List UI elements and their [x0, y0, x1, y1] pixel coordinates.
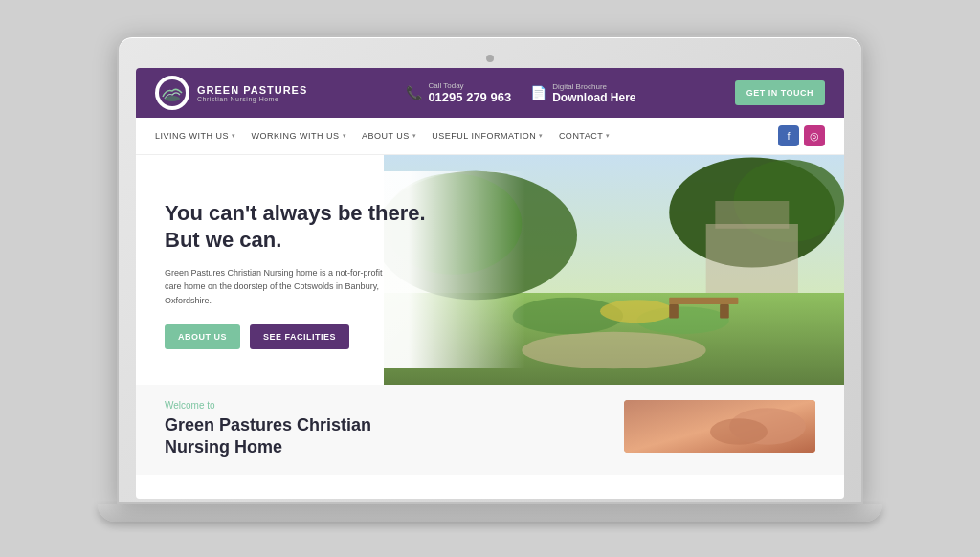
- nav-item-about[interactable]: ABOUT US ▾: [362, 131, 416, 141]
- facebook-icon: f: [787, 130, 790, 142]
- laptop-container: GREEN PASTURES Christian Nursing Home 📞 …: [98, 20, 882, 537]
- svg-rect-15: [706, 224, 798, 293]
- laptop-base: [98, 504, 882, 522]
- logo-title: GREEN PASTURES: [197, 84, 307, 96]
- brochure-link[interactable]: Download Here: [552, 91, 635, 104]
- brochure-icon: 📄: [530, 85, 546, 100]
- header-center: 📞 Call Today 01295 279 963 📄 Digital Bro…: [406, 81, 635, 104]
- nav-social: f ◎: [778, 125, 825, 146]
- nav-item-working[interactable]: WORKING WITH US ▾: [252, 131, 347, 141]
- laptop-camera: [486, 55, 494, 62]
- chevron-icon: ▾: [412, 132, 417, 140]
- chevron-icon: ▾: [606, 132, 611, 140]
- brochure-info: Digital Brochure Download Here: [552, 82, 635, 104]
- call-section: 📞 Call Today 01295 279 963: [406, 81, 511, 104]
- svg-rect-13: [669, 304, 679, 318]
- logo-text-area: GREEN PASTURES Christian Nursing Home: [197, 84, 307, 102]
- hero-content: You can't always be there. But we can. G…: [136, 171, 525, 368]
- see-facilities-button[interactable]: SEE FACILITIES: [250, 324, 349, 349]
- get-in-touch-button[interactable]: GET IN TOUCH: [735, 80, 825, 105]
- facebook-button[interactable]: f: [778, 125, 799, 146]
- svg-point-4: [522, 332, 705, 368]
- brochure-label: Digital Brochure: [552, 82, 635, 91]
- nav-item-useful[interactable]: USEFUL INFORMATION ▾: [432, 131, 544, 141]
- svg-point-1: [165, 96, 180, 101]
- instagram-icon: ◎: [810, 130, 819, 143]
- welcome-image: [624, 400, 815, 453]
- welcome-label: Welcome to: [165, 400, 605, 411]
- site-nav: LIVING WITH US ▾ WORKING WITH US ▾ ABOUT…: [136, 118, 844, 155]
- svg-rect-14: [720, 304, 729, 318]
- website-content: GREEN PASTURES Christian Nursing Home 📞 …: [136, 68, 844, 499]
- call-info: Call Today 01295 279 963: [428, 81, 511, 104]
- site-header: GREEN PASTURES Christian Nursing Home 📞 …: [136, 68, 844, 118]
- chevron-icon: ▾: [343, 132, 347, 140]
- instagram-button[interactable]: ◎: [804, 125, 825, 146]
- logo-subtitle: Christian Nursing Home: [197, 96, 307, 102]
- welcome-title: Green Pastures Christian Nursing Home: [165, 414, 605, 459]
- phone-icon: 📞: [406, 85, 422, 100]
- laptop-screen: GREEN PASTURES Christian Nursing Home 📞 …: [136, 68, 844, 499]
- hero-section: You can't always be there. But we can. G…: [136, 155, 844, 385]
- svg-point-19: [710, 418, 768, 445]
- chevron-icon: ▾: [539, 132, 544, 140]
- svg-rect-12: [669, 298, 738, 304]
- welcome-section: Welcome to Green Pastures Christian Nurs…: [136, 385, 844, 475]
- logo-icon: [155, 76, 189, 110]
- nav-links: LIVING WITH US ▾ WORKING WITH US ▾ ABOUT…: [155, 131, 611, 141]
- call-number: 01295 279 963: [428, 90, 511, 104]
- nav-item-living[interactable]: LIVING WITH US ▾: [155, 131, 236, 141]
- about-us-button[interactable]: ABOUT US: [165, 324, 240, 349]
- hero-title: You can't always be there. But we can.: [165, 200, 506, 255]
- chevron-icon: ▾: [232, 132, 236, 140]
- laptop-body: GREEN PASTURES Christian Nursing Home 📞 …: [117, 35, 863, 504]
- welcome-text: Welcome to Green Pastures Christian Nurs…: [165, 400, 605, 459]
- nav-item-contact[interactable]: CONTACT ▾: [559, 131, 611, 141]
- svg-point-11: [600, 300, 674, 323]
- call-label: Call Today: [428, 81, 511, 90]
- logo-area: GREEN PASTURES Christian Nursing Home: [155, 76, 307, 110]
- brochure-section: 📄 Digital Brochure Download Here: [530, 82, 635, 104]
- svg-rect-16: [715, 201, 789, 229]
- hero-buttons: ABOUT US SEE FACILITIES: [165, 324, 506, 349]
- hero-description: Green Pastures Christian Nursing home is…: [165, 266, 394, 307]
